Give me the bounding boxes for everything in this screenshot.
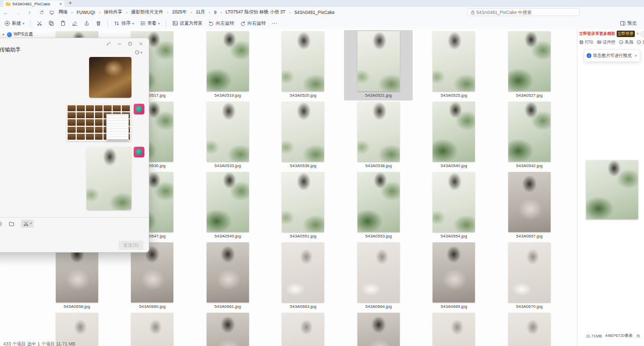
- zoom-in-icon[interactable]: [636, 334, 641, 338]
- new-tab-button[interactable]: +: [69, 0, 72, 6]
- expander-chevron-icon[interactable]: ▸: [3, 32, 5, 37]
- set-background-button[interactable]: 设置为背景: [172, 20, 203, 27]
- breadcrumb-item[interactable]: 543A0481_PixCake: [294, 9, 336, 16]
- breadcrumb-item[interactable]: 摄影部传片文件: [130, 9, 164, 16]
- photo-thumbnail[interactable]: [357, 31, 400, 91]
- photo-item[interactable]: 543A0551.jpg: [269, 171, 338, 241]
- photo-thumbnail[interactable]: [282, 31, 324, 91]
- photo-item[interactable]: [269, 312, 338, 346]
- rotate-right-button[interactable]: 向右旋转: [240, 20, 266, 27]
- rename-button[interactable]: [72, 20, 78, 26]
- photo-thumbnail[interactable]: [357, 102, 400, 162]
- photo-thumbnail[interactable]: [508, 242, 551, 302]
- photo-thumbnail[interactable]: [357, 313, 400, 346]
- photo-item[interactable]: 543A0538.jpg: [344, 100, 413, 171]
- chat-topic-button[interactable]: ▾: [135, 50, 142, 55]
- photo-item[interactable]: [495, 312, 564, 346]
- photo-item[interactable]: 543A0521.jpg: [344, 30, 413, 100]
- chat-image-warm-portrait[interactable]: [89, 57, 131, 98]
- photo-item[interactable]: 543A0669.jpg: [420, 241, 488, 312]
- photo-thumbnail[interactable]: [433, 102, 475, 162]
- photo-thumbnail[interactable]: [433, 313, 475, 346]
- breadcrumb-item[interactable]: 网络: [57, 9, 69, 16]
- photo-item[interactable]: [118, 312, 187, 346]
- emoji-button[interactable]: [0, 221, 2, 227]
- photo-thumbnail[interactable]: [508, 102, 551, 162]
- photo-item[interactable]: [344, 312, 413, 346]
- photo-thumbnail[interactable]: [433, 172, 475, 232]
- photo-thumbnail[interactable]: [207, 313, 249, 346]
- new-button[interactable]: 新建 ▾: [4, 20, 24, 27]
- photo-item[interactable]: 543A0553.jpg: [344, 171, 413, 241]
- photo-thumbnail[interactable]: [282, 102, 324, 162]
- up-button[interactable]: ↑: [24, 10, 35, 16]
- tooltip-close-icon[interactable]: ✕: [634, 54, 638, 58]
- explorer-tab[interactable]: 543A0481_PixCake ✕: [3, 1, 64, 7]
- login-button[interactable]: 立即登录: [617, 31, 635, 37]
- breadcrumb-item[interactable]: 2025年: [171, 9, 188, 16]
- photo-item[interactable]: 543A0519.jpg: [193, 30, 262, 100]
- breadcrumb-item[interactable]: 9: [213, 9, 218, 16]
- preview-image[interactable]: [586, 160, 638, 219]
- minimize-icon[interactable]: [117, 41, 122, 46]
- chat-image-portrait[interactable]: [86, 147, 131, 210]
- photo-item[interactable]: 543A0670.jpg: [495, 241, 564, 312]
- photo-thumbnail[interactable]: [433, 242, 475, 302]
- photo-thumbnail[interactable]: [282, 172, 324, 232]
- sidebar-item-wps-cloud[interactable]: ▸ WPS云盘: [3, 31, 33, 38]
- more-options-button[interactable]: [272, 20, 277, 26]
- photo-thumbnail[interactable]: [508, 172, 551, 232]
- photo-thumbnail[interactable]: [508, 31, 551, 91]
- delete-button[interactable]: [96, 20, 101, 26]
- back-button[interactable]: ←: [0, 10, 12, 16]
- photo-item[interactable]: 543A0661.jpg: [193, 241, 262, 312]
- transfer-assistant-window[interactable]: 传输助手 ▾ ▾ 发送(S): [0, 38, 149, 253]
- breadcrumb-item[interactable]: 11月: [195, 9, 206, 16]
- photo-item[interactable]: 543A0554.jpg: [420, 171, 488, 241]
- close-icon[interactable]: [138, 41, 143, 46]
- cut-button[interactable]: [36, 20, 42, 26]
- panel-circle-button[interactable]: [640, 31, 644, 37]
- rotate-left-button[interactable]: 向左旋转: [208, 20, 234, 27]
- photo-item[interactable]: [193, 312, 262, 346]
- photo-thumbnail[interactable]: [357, 172, 400, 232]
- photo-thumbnail[interactable]: [207, 242, 249, 302]
- preview-toggle-button[interactable]: 预览: [620, 20, 636, 27]
- panel-more-button[interactable]: 更多: [636, 39, 644, 45]
- photo-thumbnail[interactable]: [282, 242, 324, 302]
- breadcrumb-item[interactable]: 徕特共享: [103, 9, 123, 16]
- photo-thumbnail[interactable]: [207, 172, 249, 232]
- photo-item[interactable]: 543A0664.jpg: [344, 241, 413, 312]
- photo-item[interactable]: 543A0657.jpg: [495, 171, 564, 241]
- screenshot-button[interactable]: ▾: [21, 220, 34, 228]
- photo-item[interactable]: 543A0527.jpg: [495, 30, 564, 100]
- pin-icon[interactable]: [106, 41, 111, 46]
- photo-item[interactable]: 543A0663.jpg: [269, 241, 338, 312]
- photo-item[interactable]: [420, 312, 488, 346]
- chat-avatar[interactable]: [134, 104, 144, 114]
- photo-item[interactable]: 543A0536.jpg: [269, 100, 338, 171]
- photo-item[interactable]: 543A0540.jpg: [420, 100, 488, 171]
- print-button[interactable]: 打印: [579, 39, 594, 45]
- photo-thumbnail[interactable]: [207, 102, 249, 162]
- breadcrumb-item[interactable]: FUWUQI: [76, 9, 96, 16]
- share-button[interactable]: [84, 20, 90, 26]
- banner-close-icon[interactable]: ✕: [636, 32, 640, 36]
- tab-close-icon[interactable]: ✕: [59, 2, 62, 6]
- photo-item[interactable]: 543A0520.jpg: [269, 30, 338, 100]
- photo-thumbnail[interactable]: [433, 31, 475, 91]
- paste-button[interactable]: [60, 20, 66, 26]
- refresh-button[interactable]: [35, 10, 47, 16]
- photo-item[interactable]: 543A0549.jpg: [193, 171, 262, 241]
- chat-avatar[interactable]: [134, 147, 144, 157]
- photo-thumbnail[interactable]: [508, 313, 551, 346]
- photo-item[interactable]: 543A0542.jpg: [495, 100, 564, 171]
- forward-button[interactable]: →: [12, 10, 24, 16]
- send-file-button[interactable]: [9, 221, 14, 227]
- view-button[interactable]: 查看 ▾: [140, 20, 160, 27]
- beauty-button[interactable]: 美颜: [619, 39, 633, 45]
- chat-image-screenshot[interactable]: [66, 104, 131, 141]
- send-button[interactable]: 发送(S): [119, 241, 143, 250]
- sort-button[interactable]: 排序 ▾: [114, 20, 134, 27]
- photo-item[interactable]: 543A0533.jpg: [193, 100, 262, 171]
